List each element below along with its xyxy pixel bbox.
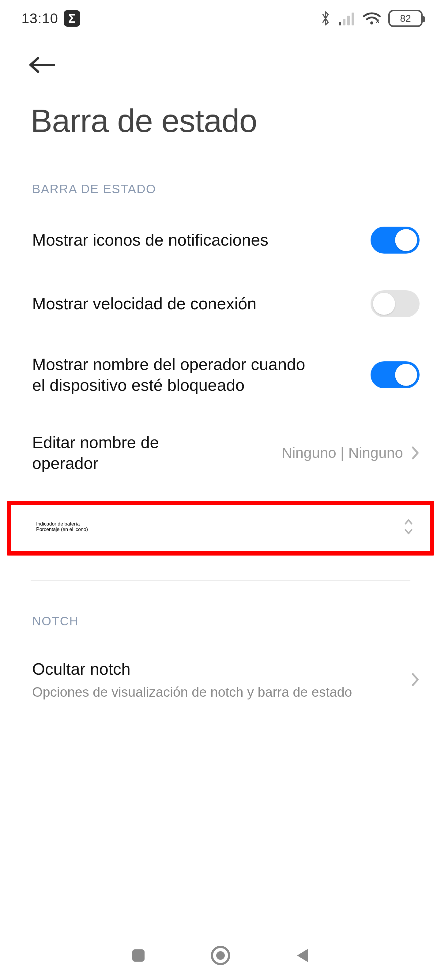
battery-percent: 82 — [400, 13, 411, 24]
bluetooth-icon — [320, 10, 331, 26]
page-title: Barra de estado — [0, 75, 441, 139]
row-show-notification-icons[interactable]: Mostrar iconos de notificaciones — [0, 208, 441, 272]
svg-rect-6 — [132, 950, 145, 962]
sigma-app-icon: Σ — [64, 10, 80, 27]
nav-recents-button[interactable] — [129, 946, 148, 965]
row-show-operator-when-locked[interactable]: Mostrar nombre del operador cuando el di… — [0, 336, 441, 414]
row-hide-notch[interactable]: Ocultar notch Opciones de visualización … — [0, 640, 441, 719]
status-bar: 13:10 Σ 82 — [0, 0, 441, 37]
svg-point-4 — [370, 21, 373, 24]
row-label: Editar nombre de operador — [32, 432, 191, 474]
row-label: Mostrar velocidad de conexión — [32, 293, 256, 314]
status-right: 82 — [320, 10, 423, 27]
status-left: 13:10 Σ — [21, 10, 80, 27]
row-value: Ninguno | Ninguno — [282, 444, 403, 461]
toggle-show-operator-when-locked[interactable] — [371, 361, 420, 388]
row-label: Indicador de batería — [36, 521, 88, 527]
row-sublabel: Opciones de visualización de notch y bar… — [32, 683, 352, 701]
system-nav-bar — [0, 931, 441, 980]
row-sublabel: Porcentaje (en el icono) — [36, 527, 88, 532]
battery-icon: 82 — [388, 10, 423, 27]
nav-back-button[interactable] — [293, 946, 312, 965]
row-label: Mostrar nombre del operador cuando el di… — [32, 354, 320, 395]
svg-rect-3 — [352, 13, 354, 25]
row-battery-indicator-highlighted[interactable]: Indicador de batería Porcentaje (en el i… — [7, 501, 434, 555]
section-label-notch: NOTCH — [0, 581, 441, 640]
row-edit-operator-name[interactable]: Editar nombre de operador Ninguno | Ning… — [0, 414, 441, 492]
toggle-show-connection-speed[interactable] — [371, 290, 420, 317]
svg-rect-0 — [339, 22, 341, 25]
row-label: Mostrar iconos de notificaciones — [32, 230, 268, 250]
toggle-show-notification-icons[interactable] — [371, 227, 420, 254]
wifi-icon — [363, 11, 381, 25]
back-button[interactable] — [27, 55, 441, 75]
chevron-right-icon — [411, 672, 420, 687]
nav-home-button[interactable] — [210, 945, 231, 967]
svg-rect-1 — [343, 19, 345, 25]
chevron-right-icon — [411, 445, 420, 460]
section-label-statusbar: BARRA DE ESTADO — [0, 139, 441, 208]
status-time: 13:10 — [21, 10, 58, 27]
svg-marker-9 — [297, 949, 308, 962]
svg-point-8 — [216, 951, 225, 960]
svg-rect-2 — [347, 16, 350, 25]
expand-collapse-icon — [403, 517, 414, 536]
row-label: Ocultar notch — [32, 659, 320, 679]
cellular-signal-icon — [338, 11, 355, 25]
row-show-connection-speed[interactable]: Mostrar velocidad de conexión — [0, 272, 441, 336]
